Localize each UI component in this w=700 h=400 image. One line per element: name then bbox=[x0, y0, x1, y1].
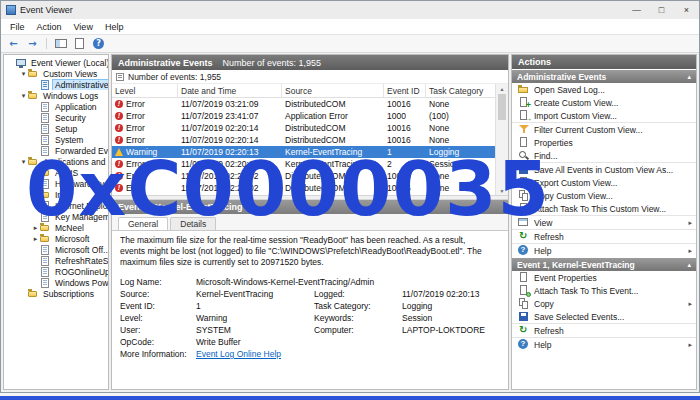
tree-item[interactable]: Setup bbox=[4, 123, 108, 134]
column-header[interactable]: Task Category bbox=[426, 84, 495, 97]
event-id-cell: 10016 bbox=[384, 99, 426, 109]
events-count-text: Number of events: 1,955 bbox=[128, 72, 221, 82]
actions-section-header[interactable]: Administrative Events ▴ bbox=[512, 70, 696, 83]
menu-item[interactable]: File bbox=[4, 22, 31, 32]
menu-item[interactable]: Help bbox=[99, 22, 130, 32]
action-item[interactable]: Refresh bbox=[512, 323, 696, 337]
tree-item[interactable]: Security bbox=[4, 112, 108, 123]
tree-item-label: Microsoft Off... bbox=[53, 245, 108, 255]
scrollbar-thumb[interactable] bbox=[498, 94, 506, 120]
event-level-cell: Error bbox=[112, 123, 178, 133]
tree-item[interactable]: Windows PowerShell bbox=[4, 277, 108, 288]
event-fields: Log Name: Microsoft-Windows-Kernel-Event… bbox=[120, 276, 500, 360]
expander-icon[interactable]: ▾ bbox=[19, 92, 28, 100]
action-label: Copy Custom View... bbox=[534, 191, 680, 201]
event-row[interactable]: Error 11/07/2019 02:20:14 DistributedCOM… bbox=[112, 122, 495, 134]
submenu-arrow-icon: ▸ bbox=[684, 341, 692, 349]
event-row[interactable]: Error 11/07/2019 23:41:07 Application Er… bbox=[112, 110, 495, 122]
action-label: Save All Events in Custom View As... bbox=[534, 165, 680, 175]
action-icon bbox=[518, 110, 530, 121]
event-row[interactable]: Error 11/07/2019 02:20:14 DistributedCOM… bbox=[112, 134, 495, 146]
action-item[interactable]: Save Selected Events... bbox=[512, 310, 696, 323]
event-task-cell: None bbox=[426, 123, 452, 133]
event-id-cell: 1000 bbox=[384, 111, 426, 121]
action-label: Attach Task To This Event... bbox=[534, 286, 680, 296]
scroll-up-arrow[interactable]: ▲ bbox=[496, 84, 508, 93]
action-item[interactable]: Attach Task To This Event... bbox=[512, 284, 696, 297]
back-button[interactable]: ← bbox=[5, 37, 22, 50]
field-label: Computer: bbox=[314, 325, 402, 335]
action-item[interactable]: Import Custom View... bbox=[512, 109, 696, 122]
field-value: Microsoft-Windows-Kernel-EventTracing/Ad… bbox=[196, 277, 314, 287]
event-description: The maximum file size for the real-time … bbox=[120, 235, 492, 268]
properties-button[interactable] bbox=[71, 37, 88, 50]
action-label: Create Custom View... bbox=[534, 98, 680, 108]
action-item[interactable]: Open Saved Log... bbox=[512, 83, 696, 96]
field-label: OpCode: bbox=[120, 337, 196, 347]
app-icon bbox=[6, 5, 16, 15]
tree-item[interactable]: System bbox=[4, 134, 108, 145]
tree-item[interactable]: Microsoft Off... bbox=[4, 244, 108, 255]
column-header[interactable]: Level bbox=[112, 84, 178, 97]
field-value: 11/07/2019 02:20:13 bbox=[402, 289, 500, 299]
events-count-bar: Number of events: 1,955 bbox=[112, 70, 508, 84]
tree-item[interactable]: Event Viewer (Local) bbox=[4, 57, 108, 68]
event-level-icon bbox=[115, 112, 123, 120]
tree-item-label: ROGOnlineUpd... bbox=[53, 267, 108, 277]
actions-section-header[interactable]: Event 1, Kernel-EventTracing ▴ bbox=[512, 258, 696, 271]
tree-item-icon bbox=[40, 80, 51, 90]
event-log-online-help-link[interactable]: Event Log Online Help bbox=[196, 349, 314, 359]
event-task-cell: (100) bbox=[426, 111, 452, 121]
action-label: Save Selected Events... bbox=[534, 312, 680, 322]
tree-item[interactable]: ▾ Windows Logs bbox=[4, 90, 108, 101]
help-button[interactable]: ? bbox=[90, 37, 107, 50]
field-value: SYSTEM bbox=[196, 325, 314, 335]
action-item[interactable]: Filter Current Custom View... bbox=[512, 122, 696, 136]
event-level-cell: Error bbox=[112, 99, 178, 109]
event-level-icon bbox=[115, 136, 123, 144]
action-item[interactable]: Copy ▸ bbox=[512, 297, 696, 310]
tree-item-label: Application bbox=[53, 102, 99, 112]
action-icon bbox=[518, 124, 530, 135]
tree-item-icon bbox=[40, 278, 51, 288]
event-row[interactable]: Error 11/07/2019 03:21:09 DistributedCOM… bbox=[112, 98, 495, 110]
action-label: Attach Task To This Custom View... bbox=[534, 204, 680, 214]
minimize-button[interactable]: — bbox=[624, 1, 649, 19]
menu-item[interactable]: Action bbox=[31, 22, 68, 32]
maximize-button[interactable]: □ bbox=[649, 1, 674, 19]
event-level-icon bbox=[115, 100, 123, 108]
tree-item-icon bbox=[40, 124, 51, 134]
tree-item[interactable]: ▸ Microsoft bbox=[4, 233, 108, 244]
menu-item[interactable]: View bbox=[68, 22, 99, 32]
action-icon bbox=[518, 84, 530, 95]
tree-item[interactable]: Subscriptions bbox=[4, 288, 108, 299]
collapse-icon[interactable]: ▴ bbox=[687, 73, 691, 81]
tree-item-icon bbox=[40, 267, 51, 277]
event-field-row: Level: Warning Keywords: Session bbox=[120, 312, 500, 324]
tree-item-label: Event Viewer (Local) bbox=[29, 58, 108, 68]
close-button[interactable]: × bbox=[674, 1, 699, 19]
column-header[interactable]: Event ID bbox=[384, 84, 426, 97]
tree-item[interactable]: ▾ Custom Views bbox=[4, 68, 108, 79]
collapse-icon[interactable]: ▴ bbox=[687, 261, 691, 269]
menubar: File Action View Help bbox=[1, 19, 699, 35]
tree-item[interactable]: Administrative Events bbox=[4, 79, 108, 90]
forward-button[interactable]: → bbox=[24, 37, 41, 50]
column-header[interactable]: Source bbox=[282, 84, 384, 97]
expander-icon[interactable]: ▸ bbox=[31, 235, 40, 243]
window-controls: — □ × bbox=[624, 1, 699, 19]
action-item[interactable]: Event Properties bbox=[512, 271, 696, 284]
expander-icon[interactable]: ▾ bbox=[19, 70, 28, 78]
action-item[interactable]: Help ▸ bbox=[512, 243, 696, 257]
action-item[interactable]: Create Custom View... bbox=[512, 96, 696, 109]
action-icon bbox=[518, 272, 530, 283]
column-header[interactable]: Date and Time bbox=[178, 84, 282, 97]
event-source-cell: DistributedCOM bbox=[282, 135, 384, 145]
tree-item[interactable]: Application bbox=[4, 101, 108, 112]
tree-item[interactable]: RefreshRateS... bbox=[4, 255, 108, 266]
show-console-tree-button[interactable] bbox=[52, 37, 69, 50]
action-icon bbox=[518, 245, 530, 256]
action-item[interactable]: Help ▸ bbox=[512, 337, 696, 351]
tree-item[interactable]: ROGOnlineUpd... bbox=[4, 266, 108, 277]
event-date-cell: 11/07/2019 03:21:09 bbox=[178, 99, 282, 109]
